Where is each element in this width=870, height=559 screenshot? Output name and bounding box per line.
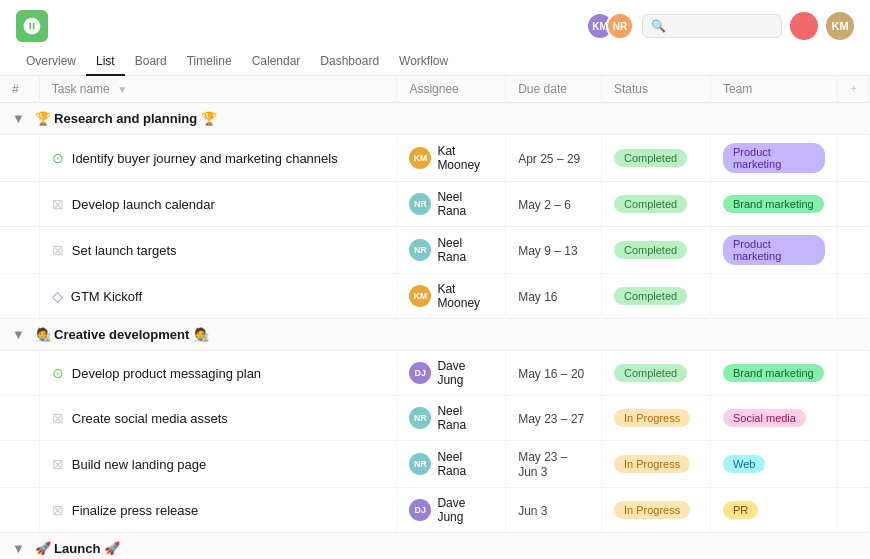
team-cell[interactable]: Product marketing [710, 227, 837, 274]
assignee-avatar: NR [409, 453, 431, 475]
task-name-cell[interactable]: ◇ GTM Kickoff [39, 274, 397, 319]
row-add[interactable] [837, 396, 869, 441]
status-badge: Completed [614, 149, 687, 167]
assignee-cell[interactable]: KM Kat Mooney [397, 274, 506, 319]
team-cell[interactable] [710, 274, 837, 319]
task-name-cell[interactable]: ⊙ Identify buyer journey and marketing c… [39, 135, 397, 182]
due-date-cell: Apr 25 – 29 [506, 135, 602, 182]
row-add[interactable] [837, 135, 869, 182]
task-name-cell[interactable]: ⊙ Develop product messaging plan [39, 351, 397, 396]
row-add[interactable] [837, 227, 869, 274]
team-cell[interactable]: Brand marketing [710, 351, 837, 396]
tab-board[interactable]: Board [125, 48, 177, 76]
assignee-cell[interactable]: DJ Dave Jung [397, 488, 506, 533]
task-status-icon: ◇ [52, 288, 63, 304]
table-row: ⊙ Develop product messaging plan DJ Dave… [0, 351, 870, 396]
assignee-cell[interactable]: NR Neel Rana [397, 227, 506, 274]
table-row: ⊠ Finalize press release DJ Dave Jung Ju… [0, 488, 870, 533]
task-num [0, 351, 39, 396]
status-cell[interactable]: Completed [601, 182, 710, 227]
status-cell[interactable]: Completed [601, 135, 710, 182]
section-label-research: 🏆 Research and planning 🏆 [35, 111, 217, 126]
status-badge: Completed [614, 287, 687, 305]
col-task-name[interactable]: Task name ▼ [39, 76, 397, 103]
row-add[interactable] [837, 441, 869, 488]
status-cell[interactable]: In Progress [601, 441, 710, 488]
status-cell[interactable]: In Progress [601, 396, 710, 441]
assignee-cell[interactable]: NR Neel Rana [397, 182, 506, 227]
task-name-cell[interactable]: ⊠ Create social media assets [39, 396, 397, 441]
assignee-cell[interactable]: NR Neel Rana [397, 441, 506, 488]
team-cell[interactable]: PR [710, 488, 837, 533]
search-input[interactable] [672, 19, 772, 33]
row-add[interactable] [837, 351, 869, 396]
assignee-name: Neel Rana [437, 236, 493, 264]
assignee-cell[interactable]: KM Kat Mooney [397, 135, 506, 182]
add-button[interactable] [790, 12, 818, 40]
task-table-container: # Task name ▼ Assignee Due date Status T… [0, 76, 870, 555]
section-toggle-launch[interactable]: ▼ [12, 541, 25, 555]
tab-timeline[interactable]: Timeline [177, 48, 242, 76]
assignee-name: Dave Jung [437, 496, 493, 524]
assignee-avatar: KM [409, 147, 431, 169]
avatar-group: KM NR [586, 12, 634, 40]
due-date-cell: Jun 3 [506, 488, 602, 533]
task-status-icon: ⊠ [52, 456, 64, 472]
search-icon: 🔍 [651, 19, 666, 33]
row-add[interactable] [837, 488, 869, 533]
task-name-cell[interactable]: ⊠ Develop launch calendar [39, 182, 397, 227]
row-add[interactable] [837, 182, 869, 227]
team-cell[interactable]: Social media [710, 396, 837, 441]
team-cell[interactable]: Product marketing [710, 135, 837, 182]
assignee-name: Dave Jung [437, 359, 493, 387]
assignee-avatar: KM [409, 285, 431, 307]
col-team: Team [710, 76, 837, 103]
task-name-cell[interactable]: ⊠ Set launch targets [39, 227, 397, 274]
status-cell[interactable]: Completed [601, 227, 710, 274]
due-date: May 9 – 13 [518, 244, 577, 258]
col-num: # [0, 76, 39, 103]
col-add[interactable]: + [837, 76, 869, 103]
assignee-name: Kat Mooney [437, 282, 493, 310]
team-badge: Brand marketing [723, 364, 824, 382]
status-badge: In Progress [614, 409, 690, 427]
team-badge: Product marketing [723, 143, 825, 173]
status-cell[interactable]: Completed [601, 351, 710, 396]
assignee-cell[interactable]: DJ Dave Jung [397, 351, 506, 396]
due-date: May 23 – 27 [518, 412, 584, 426]
team-cell[interactable]: Brand marketing [710, 182, 837, 227]
team-cell[interactable]: Web [710, 441, 837, 488]
due-date: May 16 [518, 290, 557, 304]
status-cell[interactable]: Completed [601, 274, 710, 319]
tab-dashboard[interactable]: Dashboard [310, 48, 389, 76]
task-name: Identify buyer journey and marketing cha… [72, 151, 338, 166]
tab-workflow[interactable]: Workflow [389, 48, 458, 76]
task-num [0, 135, 39, 182]
tab-overview[interactable]: Overview [16, 48, 86, 76]
task-status-icon: ⊠ [52, 502, 64, 518]
section-toggle-creative[interactable]: ▼ [12, 327, 25, 342]
due-date-cell: May 16 – 20 [506, 351, 602, 396]
assignee-cell[interactable]: NR Neel Rana [397, 396, 506, 441]
task-num [0, 274, 39, 319]
tab-calendar[interactable]: Calendar [242, 48, 311, 76]
col-status: Status [601, 76, 710, 103]
status-cell[interactable]: In Progress [601, 488, 710, 533]
assignee-avatar: DJ [409, 499, 431, 521]
status-badge: Completed [614, 241, 687, 259]
task-name: Set launch targets [72, 243, 177, 258]
assignee-avatar: DJ [409, 362, 431, 384]
table-row: ⊙ Identify buyer journey and marketing c… [0, 135, 870, 182]
task-name-cell[interactable]: ⊠ Build new landing page [39, 441, 397, 488]
row-add[interactable] [837, 274, 869, 319]
tab-list[interactable]: List [86, 48, 125, 76]
section-toggle-research[interactable]: ▼ [12, 111, 25, 126]
due-date-cell: May 16 [506, 274, 602, 319]
team-badge: Social media [723, 409, 806, 427]
task-name: Finalize press release [72, 503, 198, 518]
section-header-launch: ▼ 🚀 Launch 🚀 [0, 533, 870, 556]
task-name-cell[interactable]: ⊠ Finalize press release [39, 488, 397, 533]
team-badge: Brand marketing [723, 195, 824, 213]
search-box[interactable]: 🔍 [642, 14, 782, 38]
header: KM NR 🔍 KM [0, 0, 870, 42]
